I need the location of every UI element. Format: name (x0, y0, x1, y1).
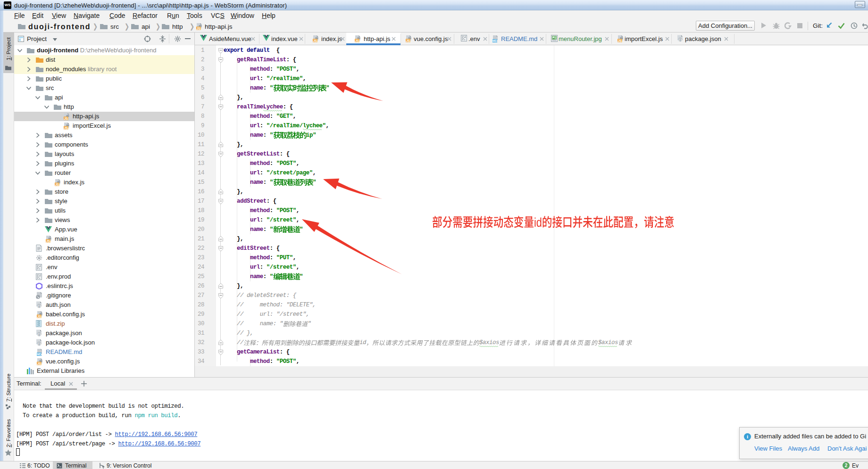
svg-text:JS: JS (313, 39, 317, 42)
svg-text:MD: MD (37, 353, 42, 356)
svg-text:JS: JS (196, 27, 200, 30)
svg-text:JS: JS (64, 126, 68, 130)
svg-text:JS: JS (355, 39, 359, 42)
svg-text:{}: {} (37, 332, 42, 337)
svg-text:JS: JS (37, 315, 41, 318)
svg-text:{}: {} (678, 38, 683, 42)
svg-text:{}: {} (37, 342, 42, 346)
svg-text:JS: JS (618, 39, 622, 42)
svg-text:{}: {} (37, 304, 42, 308)
svg-text:JS: JS (406, 39, 410, 42)
svg-text:JS: JS (37, 362, 41, 365)
svg-text:JS: JS (64, 117, 68, 120)
svg-text:MD: MD (492, 39, 497, 42)
svg-text:JS: JS (55, 183, 59, 186)
svg-text:JS: JS (46, 239, 50, 243)
